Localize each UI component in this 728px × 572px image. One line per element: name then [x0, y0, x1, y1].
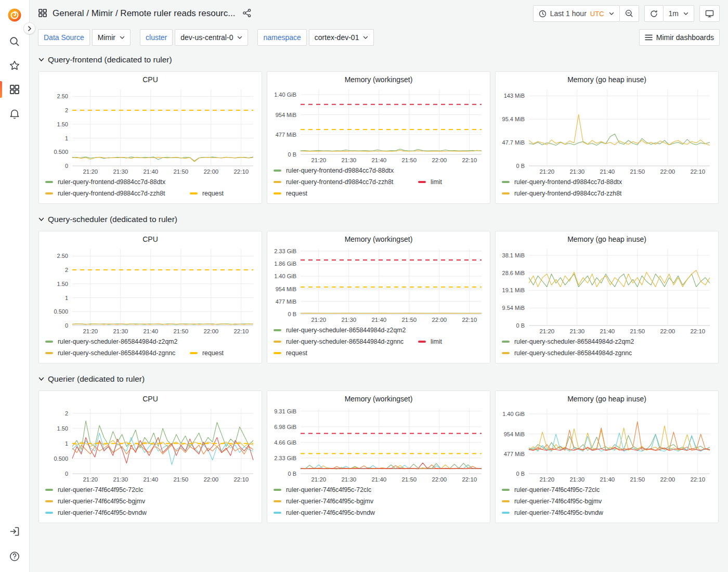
- legend-item[interactable]: ruler-querier-74f6c4f95c-72clc: [274, 486, 371, 493]
- legend-item[interactable]: ruler-querier-74f6c4f95c-bvndw: [274, 509, 375, 516]
- svg-text:9.31 GiB: 9.31 GiB: [274, 408, 296, 414]
- legend-item[interactable]: ruler-query-frontend-d9884cc7d-zzh8t: [274, 178, 418, 186]
- panel-legend: ruler-query-frontend-d9884cc7d-88dtxrule…: [43, 176, 257, 199]
- alerting-bell-icon[interactable]: [0, 107, 29, 120]
- legend-item[interactable]: ruler-query-frontend-d9884cc7d-zzh8t: [45, 190, 190, 197]
- legend-item[interactable]: ruler-query-scheduler-865844984d-z2qm2: [274, 327, 406, 334]
- legend-series-label: ruler-query-frontend-d9884cc7d-zzh8t: [58, 190, 165, 197]
- svg-text:21:50: 21:50: [173, 168, 188, 175]
- grafana-logo-icon[interactable]: [7, 7, 22, 23]
- legend-item[interactable]: request: [190, 349, 224, 357]
- dashboard-title[interactable]: General / Mimir / Remote ruler reads res…: [53, 8, 235, 19]
- row-title: Querier (dedicated to ruler): [48, 374, 145, 384]
- legend-series-label: ruler-querier-74f6c4f95c-72clc: [514, 486, 600, 493]
- kiosk-mode-button[interactable]: [699, 5, 720, 22]
- panel-memory-workingset: Memory (workingset)21:2021:3021:4021:502…: [267, 391, 490, 523]
- svg-text:477 MiB: 477 MiB: [276, 298, 296, 305]
- svg-text:22:10: 22:10: [462, 157, 477, 163]
- legend-item[interactable]: ruler-querier-74f6c4f95c-72clc: [45, 486, 143, 493]
- svg-text:0 B: 0 B: [288, 151, 296, 158]
- legend-item[interactable]: ruler-query-frontend-d9884cc7d-88dtx: [45, 178, 165, 186]
- legend-series-swatch: [190, 352, 198, 354]
- zoom-out-button[interactable]: [620, 5, 639, 22]
- legend-item[interactable]: ruler-querier-74f6c4f95c-bgjmv: [502, 498, 602, 505]
- chevron-down-icon: [38, 58, 44, 62]
- panel-title[interactable]: Memory (workingset): [271, 74, 486, 85]
- svg-text:1.86 GiB: 1.86 GiB: [274, 261, 296, 267]
- legend-series-label: ruler-query-frontend-d9884cc7d-88dtx: [286, 167, 394, 174]
- legend-item[interactable]: limit: [418, 338, 442, 345]
- svg-text:0.500: 0.500: [54, 149, 68, 155]
- row-header-querier[interactable]: Querier (dedicated to ruler): [38, 372, 719, 386]
- svg-text:28.6 MiB: 28.6 MiB: [502, 270, 525, 276]
- legend-item[interactable]: ruler-query-scheduler-865844984d-zgnnc: [502, 349, 632, 357]
- svg-text:21:50: 21:50: [630, 476, 645, 483]
- dashboards-icon[interactable]: [0, 83, 29, 96]
- var-value-datasource[interactable]: Mimir: [92, 29, 131, 46]
- legend-series-swatch: [45, 352, 53, 354]
- mimir-dashboards-button[interactable]: Mimir dashboards: [639, 29, 720, 46]
- search-icon[interactable]: [0, 35, 29, 48]
- legend-series-label: ruler-querier-74f6c4f95c-bvndw: [58, 509, 147, 516]
- legend-item[interactable]: request: [274, 349, 307, 357]
- legend-item[interactable]: ruler-query-frontend-d9884cc7d-88dtx: [502, 178, 622, 186]
- panel-memory-workingset: Memory (workingset)21:2021:3021:4021:502…: [267, 71, 490, 204]
- panel-memory-go-heap-inuse: Memory (go heap inuse)21:2021:3021:4021:…: [495, 71, 719, 204]
- svg-text:21:30: 21:30: [113, 476, 128, 483]
- legend-series-swatch: [274, 500, 281, 502]
- legend-series-label: ruler-query-scheduler-865844984d-z2qm2: [58, 338, 177, 345]
- legend-item[interactable]: ruler-query-frontend-d9884cc7d-zzh8t: [502, 190, 621, 197]
- panel-title[interactable]: CPU: [43, 233, 257, 245]
- var-value-namespace[interactable]: cortex-dev-01: [309, 29, 374, 46]
- legend-item[interactable]: ruler-querier-74f6c4f95c-72clc: [502, 486, 600, 493]
- panel-title[interactable]: CPU: [43, 74, 257, 85]
- legend-item[interactable]: request: [274, 190, 307, 197]
- legend-item[interactable]: ruler-querier-74f6c4f95c-bgjmv: [45, 498, 145, 505]
- variables-toolbar: Data Source Mimir cluster dev-us-central…: [30, 27, 728, 48]
- var-label-cluster: cluster: [140, 29, 173, 46]
- legend-item[interactable]: ruler-query-scheduler-865844984d-z2qm2: [502, 338, 634, 345]
- legend-item[interactable]: limit: [418, 178, 442, 186]
- panel-title[interactable]: Memory (go heap inuse): [500, 393, 714, 405]
- legend-item[interactable]: request: [190, 190, 224, 197]
- sidebar-expand-button[interactable]: [23, 22, 35, 34]
- legend-series-label: request: [286, 349, 307, 357]
- svg-text:21:40: 21:40: [143, 168, 158, 175]
- share-icon[interactable]: [242, 8, 252, 19]
- svg-text:1.40 GiB: 1.40 GiB: [274, 273, 296, 279]
- svg-text:21:20: 21:20: [539, 168, 554, 175]
- help-icon[interactable]: [9, 550, 20, 563]
- svg-text:21:30: 21:30: [569, 168, 584, 175]
- legend-series-label: ruler-query-frontend-d9884cc7d-zzh8t: [286, 178, 393, 186]
- legend-series-label: request: [286, 190, 307, 197]
- legend-item[interactable]: ruler-query-scheduler-865844984d-zgnnc: [45, 349, 190, 357]
- panel-title[interactable]: Memory (go heap inuse): [500, 74, 714, 85]
- refresh-button[interactable]: [644, 5, 664, 22]
- svg-text:21:20: 21:20: [83, 168, 98, 175]
- legend-item[interactable]: ruler-querier-74f6c4f95c-bgjmv: [274, 498, 373, 505]
- svg-text:2.33 GiB: 2.33 GiB: [274, 455, 296, 461]
- panel-title[interactable]: Memory (go heap inuse): [500, 233, 714, 245]
- refresh-interval-dropdown[interactable]: 1m: [664, 5, 694, 22]
- legend-series-swatch: [45, 512, 53, 514]
- svg-text:21:20: 21:20: [539, 328, 554, 334]
- var-value-cluster[interactable]: dev-us-central-0: [175, 29, 248, 46]
- row-header-query-frontend[interactable]: Query-frontend (dedicated to ruler): [38, 53, 719, 67]
- svg-text:1.50: 1.50: [57, 281, 68, 287]
- legend-item[interactable]: ruler-query-scheduler-865844984d-z2qm2: [45, 338, 177, 345]
- svg-text:2.33 GiB: 2.33 GiB: [274, 248, 296, 254]
- panel-title[interactable]: Memory (workingset): [271, 233, 486, 245]
- sign-out-icon[interactable]: [9, 525, 20, 538]
- legend-item[interactable]: ruler-querier-74f6c4f95c-bvndw: [502, 509, 603, 516]
- legend-item[interactable]: ruler-querier-74f6c4f95c-bvndw: [45, 509, 147, 516]
- legend-item[interactable]: ruler-query-scheduler-865844984d-zgnnc: [274, 338, 418, 345]
- legend-item[interactable]: ruler-query-frontend-d9884cc7d-88dtx: [274, 167, 394, 174]
- svg-text:2.50: 2.50: [57, 93, 68, 99]
- star-icon[interactable]: [0, 59, 29, 72]
- row-header-query-scheduler[interactable]: Query-scheduler (dedicated to ruler): [38, 213, 719, 226]
- time-picker-button[interactable]: Last 1 hour UTC: [533, 5, 620, 22]
- legend-series-label: ruler-query-frontend-d9884cc7d-88dtx: [58, 178, 165, 186]
- panel-title[interactable]: CPU: [43, 393, 257, 405]
- panel-title[interactable]: Memory (workingset): [271, 393, 486, 405]
- time-series-chart: 21:2021:3021:4021:5022:0022:100 B47.7 Mi…: [500, 85, 714, 176]
